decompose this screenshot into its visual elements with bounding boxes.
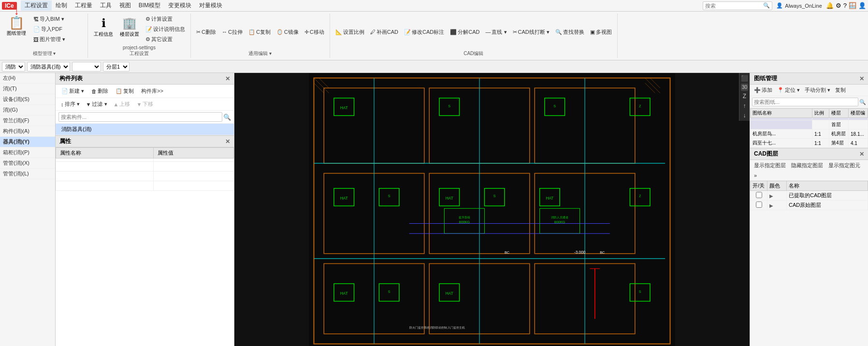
ribbon-btn-project-info[interactable]: ℹ 工程信息 [91,14,116,44]
expand-icon-1[interactable]: ▶ [769,193,773,199]
menu-item-bim[interactable]: BIM模型 [135,0,164,11]
drawings-row-4[interactable]: 四至十七... 1:1 第4层 4.1 [751,139,868,148]
canvas-tool-1[interactable]: ⬛ [740,74,749,83]
left-item-4[interactable]: 消)(G) [0,105,55,115]
user-avatar: 👤 [776,2,783,9]
drawings-search-input[interactable] [752,98,858,106]
filter-dropdown-2[interactable]: 消防器具(消) 消防管道 [27,62,70,72]
panel-close-btn[interactable]: ✕ [225,75,230,82]
btn-filter[interactable]: ▼ 过滤 ▾ [84,100,110,109]
left-item-3[interactable]: 设备(消)(S) [0,94,55,105]
btn-show-specified[interactable]: 显示指定图层 [752,161,788,170]
svg-text:-3.000: -3.000 [574,250,586,255]
component-search-icon[interactable]: 🔍 [223,114,231,121]
component-tree-item-1[interactable]: 消防器具(消) [56,124,234,135]
drawings-floor-4: 第4层 [829,139,849,148]
menu-item-project[interactable]: 工程设置 [21,0,52,11]
btn-hide-specified[interactable]: 隐藏指定图层 [789,161,825,170]
search-input[interactable] [705,3,763,9]
ribbon-btn-c-mirror[interactable]: 🪞 C镜像 [274,14,301,49]
ribbon-btn-c-copy[interactable]: 📋 C复制 [246,14,273,49]
cad-layers-close[interactable]: ✕ [859,151,864,158]
help-icon[interactable]: ? [843,2,847,9]
ribbon-btn-design-info[interactable]: 📝 设计说明信息 [143,25,188,34]
drawings-row-3[interactable]: 机房层鸟... 1:1 机房层 18.1... [751,130,868,139]
filter-dropdown-1[interactable]: 消防 建筑 [2,62,25,72]
ribbon-btn-multiview[interactable]: ▣ 多视图 [588,14,614,49]
ribbon-btn-c-move[interactable]: ✛ C移动 [302,14,327,49]
filter-dropdown-4[interactable]: 分层1 分层2 [103,62,130,72]
ribbon-btn-cad-break[interactable]: ✂ CAD线打断 ▾ [510,14,552,49]
cad-layers-header: CAD图层 ✕ [750,148,868,160]
menu-item-view[interactable]: 视图 [116,0,135,11]
drawings-panel-header: 图纸管理 ✕ [750,73,868,85]
ribbon-btn-line[interactable]: — 直线 ▾ [483,14,509,49]
ribbon-btn-other-settings[interactable]: ⚙ 其它设置 [143,35,188,44]
left-item-7[interactable]: 器具(消)(Y) [0,137,55,147]
btn-library[interactable]: 构件库>> [138,86,166,96]
btn-delete[interactable]: 🗑 删除 [88,86,111,96]
menu-item-quantity2[interactable]: 对量模块 [195,0,226,11]
btn-drawings-locate[interactable]: 📍 定位 ▾ [775,86,802,95]
expand-icon-2[interactable]: ▶ [769,203,773,208]
ribbon-btn-drawings[interactable]: 📋 图纸管理 ↓ [4,14,29,39]
btn-move-down[interactable]: ▼ 下移 [134,100,156,109]
canvas-tool-3[interactable]: Z [742,92,747,101]
ribbon-group-label-model[interactable]: 模型管理 ▾ [4,49,85,57]
filter-dropdown-3[interactable] [72,62,101,72]
canvas-tool-2[interactable]: 30 [741,84,748,91]
canvas-tool-4[interactable]: ↑ [742,101,747,110]
menu-item-draw[interactable]: 绘制 [52,0,71,11]
menu-item-quantity[interactable]: 工程量 [71,0,96,11]
ribbon-group-label-general[interactable]: 通用编辑 ▾ [194,49,327,57]
ribbon-btn-calc-settings[interactable]: ⚙ 计算设置 [143,14,188,24]
left-item-6[interactable]: 构件(消)(A) [0,126,55,137]
canvas-tool-5[interactable]: ↓ [742,111,747,120]
drawings-floorcode-3: 18.1... [849,130,868,139]
ribbon-btn-find-replace[interactable]: 🔍 查找替换 [553,14,587,49]
ribbon-btn-image-manage[interactable]: 🖼 图片管理 ▾ [31,35,68,44]
cad-layer-toggle-1[interactable] [756,192,762,198]
ribbon-btn-import-bim[interactable]: 🏗 导入BIM ▾ [31,14,68,24]
window-icon[interactable]: 🪟 [849,2,856,9]
btn-show-element[interactable]: 显示指定图元 [826,161,862,170]
cad-layer-toggle-2[interactable] [756,202,762,208]
cad-layer-row-2[interactable]: ▶ CAD原始图层 [751,201,868,210]
left-item-9[interactable]: 管管(消)(X) [0,158,55,169]
btn-drawings-copy[interactable]: 复制 [833,86,848,95]
user-icon2[interactable]: 👤 [858,2,866,9]
notification-icon[interactable]: 🔔 [826,2,834,9]
menu-item-tools[interactable]: 工具 [96,0,116,11]
btn-sort[interactable]: ↕ 排序 ▾ [58,100,82,109]
ribbon-btn-set-scale[interactable]: 📐 设置比例 [333,14,367,49]
cad-layer-row-1[interactable]: ▶ 已提取的CAD图层 [751,191,868,201]
left-item-1[interactable]: 左(H) [0,73,55,84]
ribbon-btn-draw-cad[interactable]: 🖊 补画CAD [368,14,401,49]
ribbon-btn-decompose-cad[interactable]: ⬛ 分解CAD [448,14,482,49]
search-box[interactable]: 🔍 [703,1,772,10]
btn-new[interactable]: 📄 新建 ▾ [58,86,87,96]
left-item-2[interactable]: 消)(T) [0,84,55,94]
ribbon-btn-c-stretch[interactable]: ↔ C拉伸 [219,14,245,49]
properties-close-btn[interactable]: ✕ [225,138,230,145]
ribbon-btn-floor-settings[interactable]: 🏢 楼层设置 [117,14,142,44]
btn-move-up[interactable]: ▲ 上移 [111,100,133,109]
menu-item-change[interactable]: 变更模块 [164,0,195,11]
left-item-8[interactable]: 箱柜(消)(P) [0,147,55,158]
btn-drawings-add[interactable]: ➕ 添加 [752,86,774,95]
cad-col-name: 名称 [787,181,868,191]
ribbon-btn-edit-cad-mark[interactable]: 📝 修改CAD标注 [402,14,447,49]
canvas-area[interactable]: HAT S S Z HAT S HAT S 提升泵组 800KG 消防人员通道 … [234,73,750,346]
drawings-panel-close[interactable]: ✕ [859,75,864,82]
left-item-5[interactable]: 管兰(消)(F) [0,115,55,126]
drawings-search-icon[interactable]: 🔍 [859,99,866,105]
left-item-10[interactable]: 管管(消)(L) [0,169,55,179]
btn-more-cad[interactable]: » [752,172,759,179]
settings-icon[interactable]: ⚙ [836,2,841,9]
ribbon-btn-c-delete[interactable]: ✂ C删除 [194,14,218,49]
btn-copy[interactable]: 📋 复制 [113,86,137,96]
ribbon-btn-import-pdf[interactable]: 📄 导入PDF [31,25,68,34]
btn-drawings-manual-split[interactable]: 手动分割 ▾ [803,86,832,95]
drawings-row-2[interactable]: 首层 [751,120,868,130]
component-search-input[interactable] [58,112,222,122]
